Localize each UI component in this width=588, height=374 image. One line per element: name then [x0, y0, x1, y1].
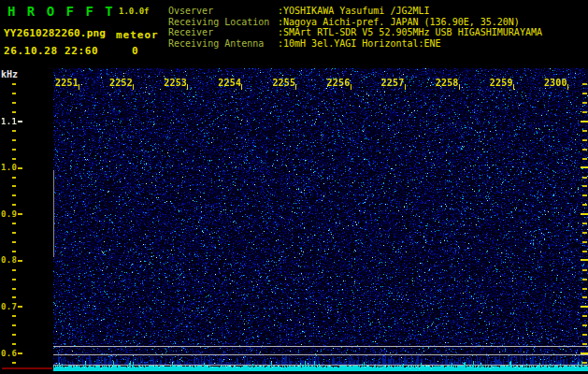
freq-label: 1.1	[1, 117, 22, 126]
freq-major-tick-right	[581, 166, 588, 168]
freq-minor-tick-left	[12, 158, 16, 160]
freq-label: 1.0	[1, 163, 22, 172]
station-info-value: :Nagoya Aichi-pref. JAPAN (136.90E, 35.2…	[278, 17, 520, 27]
time-tick	[241, 84, 242, 90]
time-label: 2258	[436, 78, 459, 88]
time-tick	[187, 84, 188, 90]
freq-major-tick-right	[581, 213, 588, 215]
freq-label: 0.7	[1, 302, 22, 311]
time-label: 2257	[381, 78, 405, 88]
freq-minor-tick-right	[582, 362, 587, 364]
freq-minor-tick-right	[582, 130, 587, 132]
freq-minor-tick-left	[12, 223, 16, 224]
timestamp: 26.10.28 22:60	[4, 45, 98, 57]
freq-minor-tick-left	[12, 194, 16, 196]
station-info-row: Receiving Antenna:10mH 3el.YAGI Horizont…	[168, 38, 542, 50]
freq-minor-tick-left	[12, 102, 16, 104]
spectrogram-canvas	[53, 68, 588, 374]
station-info-row: Receiving Location:Nagoya Aichi-pref. JA…	[168, 17, 542, 28]
freq-minor-tick-left	[12, 279, 16, 280]
freq-label-text: 0.8	[1, 255, 17, 265]
time-tick	[351, 84, 351, 90]
freq-minor-tick-left	[12, 241, 16, 243]
freq-minor-tick-right	[582, 232, 587, 234]
time-label: 2252	[109, 78, 133, 88]
level-baseline-marker	[2, 367, 52, 369]
freq-major-tick-right	[581, 352, 588, 354]
time-tick	[79, 84, 79, 90]
freq-minor-tick-left	[12, 296, 16, 298]
station-info-label: Receiving Antenna	[168, 38, 278, 50]
freq-minor-tick-left	[12, 204, 16, 206]
freq-major-tick	[18, 213, 22, 215]
freq-minor-tick-right	[582, 83, 587, 85]
app-version: 1.0.0f	[119, 7, 150, 16]
freq-minor-tick-left	[12, 334, 16, 336]
freq-minor-tick-right	[582, 93, 587, 94]
freq-label-text: 0.9	[1, 209, 17, 219]
freq-minor-tick-left	[12, 83, 16, 85]
freq-minor-tick-right	[582, 324, 587, 326]
time-tick	[567, 84, 568, 90]
freq-minor-tick-left	[12, 324, 16, 326]
freq-label-text: 0.7	[1, 302, 17, 311]
freq-major-tick	[18, 167, 22, 169]
time-label: 2251	[55, 78, 79, 88]
freq-minor-tick-left	[12, 149, 16, 151]
time-label: 2253	[164, 78, 187, 88]
freq-minor-tick-right	[582, 102, 587, 104]
freq-label-text: 0.6	[1, 349, 17, 358]
freq-major-tick	[18, 121, 22, 122]
freq-minor-tick-left	[12, 185, 16, 187]
freq-minor-tick-left	[12, 362, 16, 364]
freq-label-text: 1.0	[1, 163, 17, 172]
time-tick	[513, 84, 514, 90]
freq-minor-tick-right	[582, 177, 587, 179]
freq-minor-tick-right	[582, 194, 587, 196]
freq-minor-tick-right	[582, 158, 587, 160]
freq-minor-tick-right	[582, 334, 587, 336]
freq-minor-tick-right	[582, 315, 587, 317]
freq-minor-tick-left	[12, 288, 16, 290]
freq-minor-tick-right	[582, 288, 587, 290]
freq-minor-tick-left	[12, 111, 16, 113]
station-info: Ovserver:YOSHIKAWA Yasufumi /JG2MLIRecei…	[168, 6, 542, 49]
freq-minor-tick-left	[12, 269, 16, 271]
freq-minor-tick-right	[582, 251, 587, 252]
freq-label: 0.6	[1, 349, 22, 358]
freq-minor-tick-left	[12, 139, 16, 141]
freq-label-text: 1.1	[1, 117, 17, 126]
time-label: 2259	[490, 78, 513, 88]
freq-minor-tick-left	[12, 177, 16, 179]
freq-major-tick-right	[581, 121, 588, 122]
output-filename: YY2610282260.png	[4, 27, 106, 39]
station-info-value: :10mH 3el.YAGI Horizontal:ENE	[278, 38, 441, 49]
time-label: 2254	[218, 78, 241, 88]
time-tick	[133, 84, 134, 90]
freq-major-tick	[18, 260, 22, 262]
y-axis-unit: kHz	[1, 69, 18, 79]
freq-label: 0.8	[1, 255, 22, 265]
freq-minor-tick-right	[582, 269, 587, 271]
freq-minor-tick-right	[582, 296, 587, 298]
freq-major-tick-right	[581, 306, 588, 308]
station-info-value: :SMArt RTL-SDR V5 52.905MHz USB HIGASHIM…	[278, 27, 542, 37]
freq-minor-tick-left	[12, 93, 16, 94]
freq-minor-tick-left	[12, 232, 16, 234]
freq-minor-tick-right	[582, 223, 587, 224]
time-tick	[459, 84, 460, 90]
station-info-label: Ovserver	[168, 6, 278, 17]
station-info-row: Receiver:SMArt RTL-SDR V5 52.905MHz USB …	[168, 27, 542, 38]
freq-major-tick	[18, 352, 22, 354]
freq-minor-tick-right	[582, 204, 587, 206]
time-label: 2255	[272, 78, 295, 88]
mode-label: meteor	[116, 29, 159, 41]
station-info-row: Ovserver:YOSHIKAWA Yasufumi /JG2MLI	[168, 6, 542, 17]
time-label: 2300	[544, 78, 567, 88]
time-tick	[295, 84, 296, 90]
freq-minor-tick-right	[582, 149, 587, 151]
freq-minor-tick-left	[12, 251, 16, 252]
freq-minor-tick-left	[12, 343, 16, 345]
time-label: 2256	[327, 78, 351, 88]
freq-minor-tick-right	[582, 279, 587, 280]
